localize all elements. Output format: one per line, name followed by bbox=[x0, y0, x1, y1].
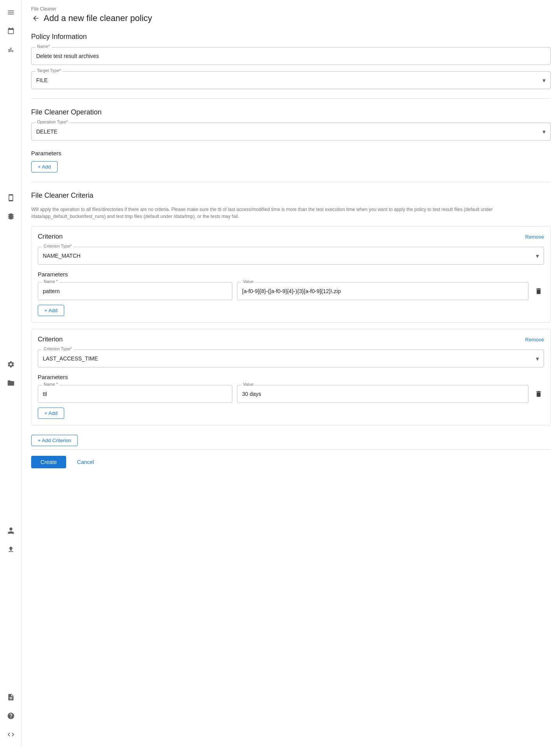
param-value-input-2-1[interactable] bbox=[237, 385, 528, 403]
criterion-type-select-wrapper-2: NAME_MATCH LAST_ACCESS_TIME LAST_MODIFIE… bbox=[38, 350, 544, 367]
sidebar-icon-phone[interactable] bbox=[3, 190, 19, 206]
name-input[interactable] bbox=[32, 47, 550, 65]
criterion-type-select-wrapper-1: NAME_MATCH LAST_ACCESS_TIME LAST_MODIFIE… bbox=[38, 247, 544, 264]
top-params-label: Parameters bbox=[31, 150, 551, 156]
create-button[interactable]: Create bbox=[31, 456, 66, 468]
param-name-label-2-1: Name * bbox=[42, 382, 60, 387]
criterion-title-1: Criterion bbox=[38, 233, 63, 241]
breadcrumb: File Cleaner bbox=[31, 6, 551, 12]
sidebar-icon-document[interactable] bbox=[3, 689, 19, 705]
sidebar-icon-upload[interactable] bbox=[3, 541, 19, 557]
file-cleaner-criteria-title: File Cleaner Criteria bbox=[31, 192, 551, 200]
add-param-criterion-1-button[interactable]: + Add bbox=[38, 305, 64, 316]
add-criterion-button[interactable]: + Add Criterion bbox=[31, 435, 78, 446]
sidebar-icon-code[interactable] bbox=[3, 727, 19, 742]
divider-2 bbox=[31, 182, 551, 182]
delete-param-1-1-button[interactable] bbox=[533, 286, 544, 297]
target-type-field: Target Type* FILE DIRECTORY bbox=[31, 71, 551, 89]
operation-type-field: Operation Type* DELETE MOVE bbox=[31, 123, 551, 141]
param-row-1-1: Name * Value bbox=[38, 282, 544, 300]
param-name-field-1-1: Name * bbox=[38, 282, 232, 300]
param-row-2-1: Name * Value bbox=[38, 385, 544, 403]
sidebar-icon-calendar[interactable] bbox=[3, 23, 19, 39]
operation-type-select-wrapper: DELETE MOVE bbox=[32, 123, 550, 140]
sidebar-icon-folder[interactable] bbox=[3, 375, 19, 391]
criterion-2-params-label: Parameters bbox=[38, 374, 544, 380]
criterion-header-2: Criterion Remove bbox=[38, 336, 544, 343]
param-value-input-1-1[interactable] bbox=[237, 283, 528, 300]
remove-criterion-1-button[interactable]: Remove bbox=[525, 234, 544, 240]
delete-param-2-1-button[interactable] bbox=[533, 388, 544, 399]
param-value-label-2-1: Value bbox=[241, 382, 255, 387]
top-parameters-section: Parameters + Add bbox=[31, 150, 551, 172]
param-value-label-1-1: Value bbox=[241, 279, 255, 284]
name-field: Name* bbox=[31, 47, 551, 65]
policy-information-title: Policy Information bbox=[31, 33, 551, 41]
add-criterion-row: + Add Criterion bbox=[31, 435, 551, 446]
sidebar-icon-person[interactable] bbox=[3, 523, 19, 538]
param-name-field-2-1: Name * bbox=[38, 385, 232, 403]
page-header: File Cleaner Add a new file cleaner poli… bbox=[22, 0, 560, 26]
criterion-type-select-2[interactable]: NAME_MATCH LAST_ACCESS_TIME LAST_MODIFIE… bbox=[38, 350, 544, 367]
criterion-type-field-2: Criterion Type* NAME_MATCH LAST_ACCESS_T… bbox=[38, 350, 544, 367]
criterion-box-1: Criterion Remove Criterion Type* NAME_MA… bbox=[31, 226, 551, 323]
back-button[interactable] bbox=[31, 14, 40, 23]
criterion-title-2: Criterion bbox=[38, 336, 63, 343]
criterion-type-select-1[interactable]: NAME_MATCH LAST_ACCESS_TIME LAST_MODIFIE… bbox=[38, 247, 544, 264]
criterion-type-field-1: Criterion Type* NAME_MATCH LAST_ACCESS_T… bbox=[38, 247, 544, 265]
page-title-row: Add a new file cleaner policy bbox=[31, 13, 551, 23]
criterion-box-2: Criterion Remove Criterion Type* NAME_MA… bbox=[31, 329, 551, 425]
file-cleaner-operation-title: File Cleaner Operation bbox=[31, 108, 551, 116]
file-cleaner-operation-section: File Cleaner Operation Operation Type* D… bbox=[31, 108, 551, 141]
sidebar-icon-help[interactable] bbox=[3, 708, 19, 724]
sidebar-icon-layers[interactable] bbox=[3, 209, 19, 224]
param-name-label-1-1: Name * bbox=[42, 279, 60, 284]
target-type-select[interactable]: FILE DIRECTORY bbox=[32, 72, 550, 89]
criteria-info-text: Will apply the operation to all files/di… bbox=[31, 206, 551, 220]
criterion-1-params-label: Parameters bbox=[38, 271, 544, 278]
param-name-input-2-1[interactable] bbox=[38, 385, 232, 403]
criterion-header-1: Criterion Remove bbox=[38, 233, 544, 241]
top-add-param-button[interactable]: + Add bbox=[31, 161, 58, 172]
main-content: File Cleaner Add a new file cleaner poli… bbox=[22, 0, 560, 747]
param-name-input-1-1[interactable] bbox=[38, 283, 232, 300]
sidebar-icon-settings[interactable] bbox=[3, 357, 19, 372]
add-param-criterion-2-button[interactable]: + Add bbox=[38, 408, 64, 419]
target-type-select-wrapper: FILE DIRECTORY bbox=[32, 72, 550, 89]
file-cleaner-criteria-section: File Cleaner Criteria Will apply the ope… bbox=[31, 192, 551, 425]
policy-information-section: Policy Information Name* Target Type* FI… bbox=[31, 33, 551, 89]
param-value-field-2-1: Value bbox=[237, 385, 528, 403]
footer-actions: Create Cancel bbox=[31, 449, 551, 475]
param-value-field-1-1: Value bbox=[237, 282, 528, 300]
operation-type-select[interactable]: DELETE MOVE bbox=[32, 123, 550, 140]
divider-1 bbox=[31, 98, 551, 99]
remove-criterion-2-button[interactable]: Remove bbox=[525, 337, 544, 343]
sidebar-icon-list[interactable] bbox=[3, 5, 19, 20]
name-label: Name* bbox=[35, 44, 52, 49]
content-area: Policy Information Name* Target Type* FI… bbox=[22, 26, 560, 490]
sidebar bbox=[0, 0, 22, 747]
sidebar-icon-chart[interactable] bbox=[3, 42, 19, 58]
cancel-button[interactable]: Cancel bbox=[71, 456, 100, 468]
page-title: Add a new file cleaner policy bbox=[44, 13, 152, 23]
